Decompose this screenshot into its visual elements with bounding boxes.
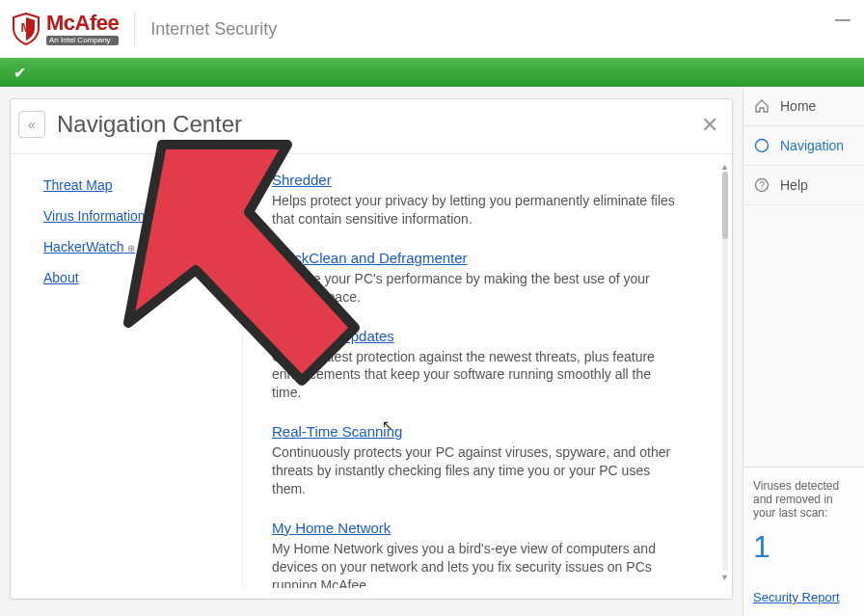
side-links: Threat Map Virus Information Library Hac…	[11, 154, 242, 588]
brand-name: McAfee	[46, 13, 119, 34]
feature-link-shredder[interactable]: Shredder	[272, 172, 332, 188]
right-rail: Home Navigation ? Help Viruses detected …	[742, 87, 864, 616]
title-bar: M McAfee An Intel Company Internet Secur…	[0, 0, 864, 58]
feature-link-updates[interactable]: Automatic Updates	[272, 328, 394, 344]
link-virus-information-library[interactable]: Virus Information Library	[43, 208, 229, 224]
feature-list: Shredder Helps protect your privacy by l…	[242, 154, 732, 588]
feature-desc: Improve your PC's performance by making …	[272, 270, 677, 307]
status-bar: ✔	[0, 58, 864, 87]
rail-label: Navigation	[780, 138, 844, 153]
feature-updates: Automatic Updates Get the latest protect…	[272, 328, 677, 403]
feature-desc: Continuously protects your PC against vi…	[272, 443, 677, 498]
collapse-button[interactable]: «	[18, 111, 45, 138]
brand-logo: M McAfee An Intel Company	[12, 13, 119, 45]
rail-navigation[interactable]: Navigation	[743, 126, 864, 166]
status-panel: Viruses detected and removed in your las…	[743, 467, 864, 616]
compass-icon	[753, 138, 770, 153]
feature-quickclean: QuickClean and Defragmenter Improve your…	[272, 250, 677, 307]
home-icon	[753, 98, 770, 114]
feature-desc: My Home Network gives you a bird's-eye v…	[272, 540, 677, 588]
rail-label: Home	[780, 98, 816, 114]
feature-home-network: My Home Network My Home Network gives yo…	[272, 520, 677, 588]
feature-shredder: Shredder Helps protect your privacy by l…	[272, 172, 677, 228]
scroll-up-icon[interactable]: ▲	[720, 162, 728, 170]
brand-sub: An Intel Company	[46, 36, 119, 45]
security-report-link[interactable]: Security Report	[753, 590, 840, 604]
help-icon: ?	[753, 177, 770, 193]
link-hackerwatch-label: HackerWatch	[43, 239, 124, 254]
rail-label: Help	[780, 177, 808, 193]
link-threat-map[interactable]: Threat Map	[43, 177, 229, 193]
rail-help[interactable]: ? Help	[743, 166, 864, 205]
scroll-down-icon[interactable]: ▼	[720, 573, 728, 580]
navigation-center-panel: « Navigation Center ✕ Threat Map Virus I…	[10, 98, 733, 600]
status-label: Viruses detected and removed in your las…	[753, 479, 854, 520]
feature-link-home-network[interactable]: My Home Network	[272, 520, 391, 536]
checkmark-icon: ✔	[14, 64, 26, 82]
svg-point-1	[756, 140, 769, 152]
status-count: 1	[753, 529, 854, 565]
mcafee-shield-icon: M	[12, 13, 40, 45]
close-button[interactable]: ✕	[701, 113, 718, 138]
link-hackerwatch[interactable]: HackerWatch ⊕	[43, 239, 229, 254]
link-about[interactable]: About	[43, 270, 229, 285]
feature-desc: Get the latest protection against the ne…	[272, 348, 677, 403]
external-link-icon: ⊕	[127, 243, 135, 254]
rail-home[interactable]: Home	[743, 87, 864, 126]
scroll-thumb[interactable]	[722, 172, 728, 239]
svg-text:M: M	[21, 20, 32, 35]
feature-link-real-time-scanning[interactable]: Real-Time Scanning	[272, 423, 402, 440]
scrollbar[interactable]: ▲ ▼	[720, 164, 728, 578]
divider	[134, 13, 135, 45]
svg-text:?: ?	[759, 180, 765, 191]
feature-desc: Helps protect your privacy by letting yo…	[272, 192, 677, 228]
panel-title: Navigation Center	[57, 111, 242, 138]
product-name: Internet Security	[150, 19, 277, 40]
scroll-track[interactable]	[722, 172, 728, 571]
minimize-button[interactable]	[835, 19, 850, 21]
feature-link-quickclean[interactable]: QuickClean and Defragmenter	[272, 250, 468, 266]
feature-real-time-scanning: Real-Time Scanning Continuously protects…	[272, 423, 677, 498]
